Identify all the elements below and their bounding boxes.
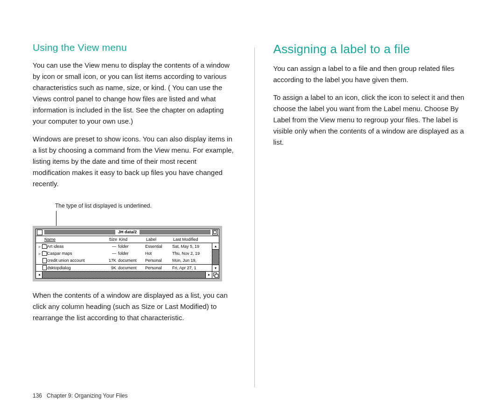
body-paragraph: When the contents of a window are displa… <box>33 290 236 323</box>
document-icon <box>42 265 47 270</box>
callout-line <box>56 213 236 226</box>
chapter-title: Chapter 9: Organizing Your Files <box>47 392 127 399</box>
column-headers[interactable]: Name Size Kind Label Last Modified <box>36 236 219 243</box>
body-paragraph: Windows are preset to show icons. You ca… <box>33 133 236 189</box>
disclosure-triangle-icon[interactable]: ▹ <box>38 245 42 249</box>
figure-caption: The type of list displayed is underlined… <box>55 203 236 210</box>
zoom-icon[interactable] <box>212 230 218 235</box>
scroll-right-icon[interactable]: ▸ <box>205 272 212 278</box>
window-titlebar: JH data/2 <box>36 229 219 236</box>
document-icon <box>42 258 47 263</box>
disclosure-triangle-icon[interactable]: ▹ <box>38 252 42 256</box>
body-paragraph: You can use the View menu to display the… <box>33 60 236 127</box>
section-heading-assign-label: Assigning a label to a file <box>273 42 476 56</box>
table-row[interactable]: ▹ Caspar maps — folder Hot Thu, Nov 2, 1… <box>36 250 212 257</box>
horizontal-scrollbar[interactable]: ◂ ▸ <box>36 271 219 278</box>
figure-list-window: The type of list displayed is underlined… <box>33 203 236 281</box>
page-number: 136 <box>33 392 42 399</box>
table-row[interactable]: ▹ Art ideas — folder Essential Sat, May … <box>36 243 212 250</box>
window-title: JH data/2 <box>115 230 140 234</box>
scroll-track[interactable] <box>42 272 205 278</box>
col-label[interactable]: Label <box>146 237 173 242</box>
close-icon[interactable] <box>37 230 42 235</box>
page-footer: 136 Chapter 9: Organizing Your Files <box>33 392 127 399</box>
folder-icon <box>42 252 47 256</box>
section-heading-view-menu: Using the View menu <box>33 42 236 53</box>
table-row[interactable]: dsktopdialog 9K document Personal Fri, A… <box>36 264 212 271</box>
col-name[interactable]: Name <box>44 237 100 242</box>
scroll-track[interactable] <box>212 250 219 265</box>
screenshot-frame: JH data/2 Name Size Kind Label Last Modi… <box>33 226 222 281</box>
col-size[interactable]: Size <box>100 237 119 242</box>
vertical-scrollbar[interactable]: ▴ ▾ <box>212 243 219 271</box>
right-column: Assigning a label to a file You can assi… <box>273 42 476 406</box>
body-paragraph: You can assign a label to a file and the… <box>273 63 476 85</box>
left-column: Using the View menu You can use the View… <box>33 42 236 406</box>
scroll-up-icon[interactable]: ▴ <box>212 243 219 250</box>
scroll-left-icon[interactable]: ◂ <box>36 272 42 278</box>
resize-handle-icon[interactable] <box>212 272 219 278</box>
folder-icon <box>42 245 47 249</box>
file-list: ▹ Art ideas — folder Essential Sat, May … <box>36 243 212 271</box>
column-divider <box>254 48 255 387</box>
body-paragraph: To assign a label to an icon, click the … <box>273 92 476 148</box>
scroll-down-icon[interactable]: ▾ <box>212 265 219 271</box>
table-row[interactable]: credit union account 17K document Person… <box>36 257 212 264</box>
col-modified[interactable]: Last Modified <box>173 237 217 242</box>
col-kind[interactable]: Kind <box>119 237 146 242</box>
